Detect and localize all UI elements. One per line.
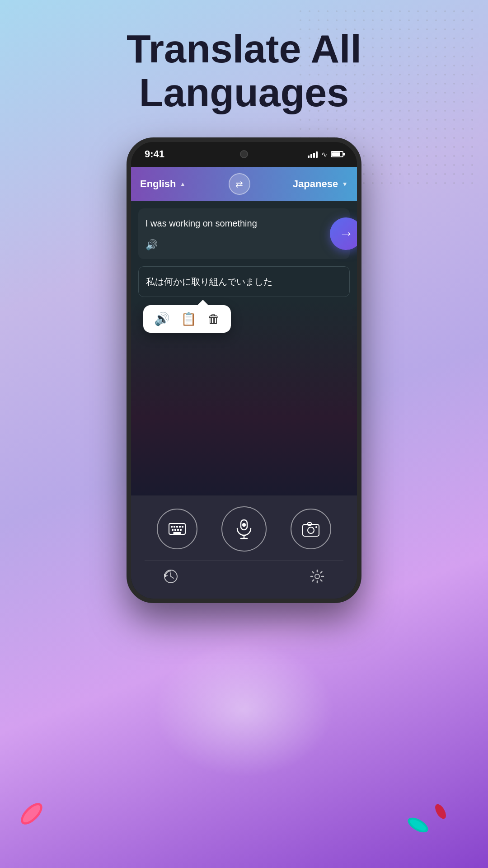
settings-button[interactable]: [309, 568, 325, 588]
keyboard-icon: [167, 519, 187, 539]
battery-icon: [331, 151, 343, 157]
language-bar[interactable]: English ▲ ⇄ Japanese ▼: [131, 167, 357, 201]
tooltip-delete-icon[interactable]: 🗑: [207, 311, 220, 326]
front-camera: [240, 150, 248, 158]
tooltip-copy-icon[interactable]: 📋: [181, 311, 197, 326]
app-content: English ▲ ⇄ Japanese ▼ I was working on …: [131, 167, 357, 599]
camera-button[interactable]: [291, 509, 331, 549]
translate-arrow-icon: →: [339, 225, 353, 242]
target-language-selector[interactable]: Japanese ▼: [293, 178, 348, 190]
tooltip-sound-icon[interactable]: 🔊: [154, 311, 170, 326]
page-title: Translate All Languages: [127, 27, 361, 115]
divider: [145, 561, 343, 561]
phone-mockup: 9:41 ∿ English: [127, 137, 361, 603]
bottom-controls: [131, 495, 357, 599]
svg-rect-15: [177, 529, 179, 531]
settings-icon: [309, 568, 325, 585]
signal-icon: [308, 151, 318, 158]
svg-rect-22: [303, 524, 319, 536]
input-text[interactable]: I was working on something: [145, 217, 343, 230]
svg-rect-9: [174, 526, 175, 528]
svg-point-6: [433, 802, 448, 821]
camera-icon: [301, 519, 321, 539]
input-bottom-bar: 🔊: [145, 239, 343, 251]
signal-bar-1: [308, 156, 310, 158]
svg-rect-14: [174, 529, 176, 531]
phone-frame: 9:41 ∿ English: [127, 137, 361, 603]
signal-bar-3: [313, 153, 315, 158]
svg-point-25: [315, 526, 317, 528]
svg-rect-13: [172, 529, 174, 531]
title-line2: Languages: [139, 70, 349, 115]
source-language-arrow: ▲: [179, 180, 186, 188]
output-text: 私は何かに取り組んでいました: [146, 275, 342, 288]
history-icon: [163, 568, 179, 585]
svg-point-23: [308, 527, 314, 533]
microphone-button[interactable]: [221, 506, 267, 552]
bottom-navigation: [145, 568, 343, 588]
target-language-label: Japanese: [293, 178, 338, 190]
svg-point-21: [242, 523, 246, 527]
svg-rect-8: [171, 526, 173, 528]
svg-point-27: [315, 574, 319, 579]
signal-bar-2: [310, 154, 312, 158]
leaf-decoration-pink: [14, 796, 50, 832]
status-icons: ∿: [308, 150, 343, 159]
svg-rect-10: [176, 526, 178, 528]
tooltip-popup: 🔊 📋 🗑: [143, 305, 231, 333]
status-bar: 9:41 ∿: [131, 142, 357, 167]
target-language-arrow: ▼: [342, 180, 348, 188]
title-line1: Translate All: [127, 26, 361, 71]
svg-rect-17: [173, 532, 181, 534]
input-mode-buttons: [145, 506, 343, 552]
output-section: 私は何かに取り組んでいました 🔊 📋 🗑: [138, 266, 350, 297]
history-button[interactable]: [163, 568, 179, 588]
svg-rect-16: [180, 529, 182, 531]
input-sound-icon[interactable]: 🔊: [145, 239, 158, 251]
source-language-selector[interactable]: English ▲: [140, 178, 186, 190]
input-section[interactable]: I was working on something × 🔊 →: [138, 208, 350, 259]
translate-button[interactable]: →: [330, 217, 361, 250]
keyboard-button[interactable]: [157, 509, 197, 549]
leaf-decoration-red: [429, 800, 452, 823]
svg-rect-11: [179, 526, 181, 528]
svg-rect-12: [182, 526, 183, 528]
background-glow: [154, 642, 334, 778]
wifi-icon: ∿: [321, 150, 327, 159]
swap-languages-button[interactable]: ⇄: [229, 173, 250, 195]
source-language-label: English: [140, 178, 176, 190]
microphone-icon: [233, 518, 255, 540]
battery-fill: [332, 152, 340, 156]
status-time: 9:41: [145, 148, 164, 160]
swap-icon: ⇄: [235, 179, 243, 189]
signal-bar-4: [316, 151, 318, 158]
